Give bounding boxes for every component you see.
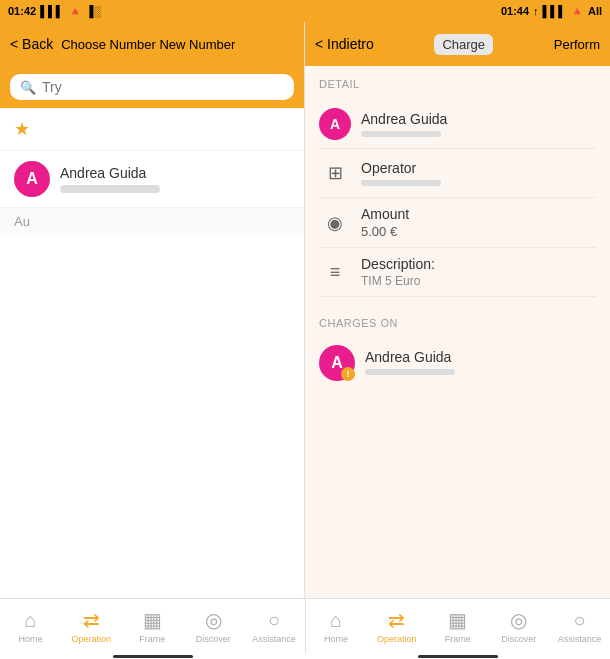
detail-description-content: Description: TIM 5 Euro [361,256,596,288]
home-indicator-right [305,653,610,659]
detail-operator-row: ⊞ Operator [319,149,596,198]
favorites-row[interactable]: ★ [0,108,304,151]
detail-section-label: DETAIL [319,78,596,90]
left-wifi: 🔺 [68,5,82,18]
charge-button[interactable]: Charge [434,34,493,55]
detail-contact-name: Andrea Guida [361,111,596,127]
right-back-button[interactable]: < Indietro [315,36,374,52]
perform-button[interactable]: Perform [554,37,600,52]
status-bar-right: 01:44 ↑ ▌▌▌ 🔺 All [305,4,602,18]
right-tab-operation[interactable]: ⇄ Operation [366,599,427,653]
charges-section: CHARGES ON A ! Andrea Guida [305,305,610,399]
charges-avatar-wrap: A ! [319,345,355,381]
charges-section-label: CHARGES ON [319,317,596,329]
assistance-icon-right: ○ [574,609,586,632]
frame-label-right: Frame [445,634,471,644]
charges-contact-subtitle [365,369,455,375]
frame-label-left: Frame [139,634,165,644]
right-battery-label: All [588,5,602,17]
left-tab-frame[interactable]: ▦ Frame [122,599,183,653]
operation-label-left: Operation [72,634,112,644]
home-indicator-bar [0,653,610,659]
right-signal: ▌▌▌ [543,5,566,17]
description-icon: ≡ [319,256,351,288]
detail-amount-row: ◉ Amount 5.00 € [319,198,596,248]
contact-row-andrea[interactable]: A Andrea Guida [0,151,304,208]
left-nav-title: Choose Number New Number [61,37,294,52]
right-tab-assistance[interactable]: ○ Assistance [549,599,610,653]
left-tab-panel: ⌂ Home ⇄ Operation ▦ Frame ◎ Discover ○ … [0,599,305,653]
search-icon: 🔍 [20,80,36,95]
right-nav: < Indietro Charge Perform [305,22,610,66]
left-tab-home[interactable]: ⌂ Home [0,599,61,653]
section-letter-au: Au [0,208,304,235]
left-battery: ▐░ [86,5,102,17]
right-panel: < Indietro Charge Perform DETAIL A Andre… [305,22,610,598]
detail-amount-content: Amount 5.00 € [361,206,596,239]
home-pill-left [113,655,193,658]
discover-icon-left: ◎ [205,608,222,632]
operation-label-right: Operation [377,634,417,644]
contact-name-andrea: Andrea Guida [60,165,290,181]
assistance-label-left: Assistance [252,634,296,644]
charges-contact-info: Andrea Guida [365,345,596,375]
detail-name-subtitle [361,131,441,137]
amount-label: Amount [361,206,596,222]
warning-badge: ! [341,367,355,381]
frame-icon-right: ▦ [448,608,467,632]
operator-label: Operator [361,160,596,176]
search-input-wrap: 🔍 [10,74,294,100]
left-time: 01:42 [8,5,36,17]
search-bar-container: 🔍 [0,66,304,108]
amount-icon: ◉ [319,207,351,239]
home-icon-left: ⌂ [24,609,36,632]
operator-icon: ⊞ [319,157,351,189]
frame-icon-left: ▦ [143,608,162,632]
operation-icon-left: ⇄ [83,608,100,632]
home-icon-right: ⌂ [330,609,342,632]
left-panel: < Back Choose Number New Number 🔍 ★ A An… [0,22,305,598]
assistance-icon-left: ○ [268,609,280,632]
detail-operator-content: Operator [361,160,596,186]
left-tab-assistance[interactable]: ○ Assistance [244,599,305,653]
right-tab-discover[interactable]: ◎ Discover [488,599,549,653]
detail-name-row: A Andrea Guida [319,100,596,149]
charges-contact-row[interactable]: A ! Andrea Guida [319,339,596,387]
contact-info-andrea: Andrea Guida [60,165,290,193]
tab-bar: ⌂ Home ⇄ Operation ▦ Frame ◎ Discover ○ … [0,598,610,653]
detail-description-row: ≡ Description: TIM 5 Euro [319,248,596,297]
contacts-list: ★ A Andrea Guida Au [0,108,304,598]
home-label-right: Home [324,634,348,644]
home-pill-right [418,655,498,658]
detail-avatar: A [319,108,351,140]
right-tab-home[interactable]: ⌂ Home [306,599,367,653]
detail-section: DETAIL A Andrea Guida ⊞ Operator [305,66,610,305]
detail-name-content: Andrea Guida [361,111,596,137]
search-input[interactable] [42,79,284,95]
right-tab-frame[interactable]: ▦ Frame [427,599,488,653]
left-tab-discover[interactable]: ◎ Discover [183,599,244,653]
left-tab-operation[interactable]: ⇄ Operation [61,599,122,653]
avatar-andrea: A [14,161,50,197]
favorites-star-icon: ★ [14,119,30,139]
main-content: < Back Choose Number New Number 🔍 ★ A An… [0,22,610,598]
discover-label-left: Discover [196,634,231,644]
status-bar: 01:42 ▌▌▌ 🔺 ▐░ 01:44 ↑ ▌▌▌ 🔺 All [0,0,610,22]
home-label-left: Home [18,634,42,644]
amount-value: 5.00 € [361,224,596,239]
left-signal: ▌▌▌ [40,5,63,17]
back-button[interactable]: < Back [10,36,53,52]
left-nav: < Back Choose Number New Number [0,22,304,66]
operator-subtitle [361,180,441,186]
discover-label-right: Discover [501,634,536,644]
contact-subtitle-andrea [60,185,160,193]
discover-icon-right: ◎ [510,608,527,632]
charges-contact-name: Andrea Guida [365,345,596,365]
right-arrow: ↑ [533,5,539,17]
assistance-label-right: Assistance [558,634,602,644]
operation-icon-right: ⇄ [388,608,405,632]
right-tab-panel: ⌂ Home ⇄ Operation ▦ Frame ◎ Discover ○ … [306,599,611,653]
right-time: 01:44 [501,5,529,17]
description-value: TIM 5 Euro [361,274,596,288]
home-indicator-left [0,653,305,659]
